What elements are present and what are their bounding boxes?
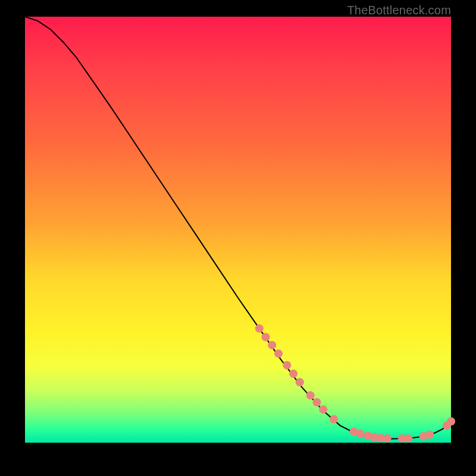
stage: TheBottleneck.com	[0, 0, 476, 476]
highlight-dot	[425, 430, 434, 439]
highlight-dots-group	[255, 324, 455, 443]
highlight-dot	[447, 417, 455, 425]
highlight-dot	[283, 361, 291, 369]
highlight-dot	[296, 378, 304, 386]
highlight-dot	[274, 349, 283, 358]
highlight-dot	[404, 434, 412, 443]
highlight-dot	[312, 398, 321, 406]
highlight-dot	[268, 341, 276, 349]
highlight-dot	[383, 434, 392, 443]
highlight-dot	[330, 415, 338, 424]
highlight-dot	[289, 369, 298, 378]
highlight-dot	[262, 333, 270, 341]
highlight-dot	[255, 324, 264, 333]
highlight-dot	[306, 392, 315, 400]
curve-svg	[25, 17, 451, 443]
bottleneck-curve	[25, 17, 451, 439]
watermark-text: TheBottleneck.com	[347, 4, 451, 17]
highlight-dot	[319, 405, 327, 414]
gradient-plot	[25, 17, 451, 443]
highlight-dot	[356, 430, 364, 438]
